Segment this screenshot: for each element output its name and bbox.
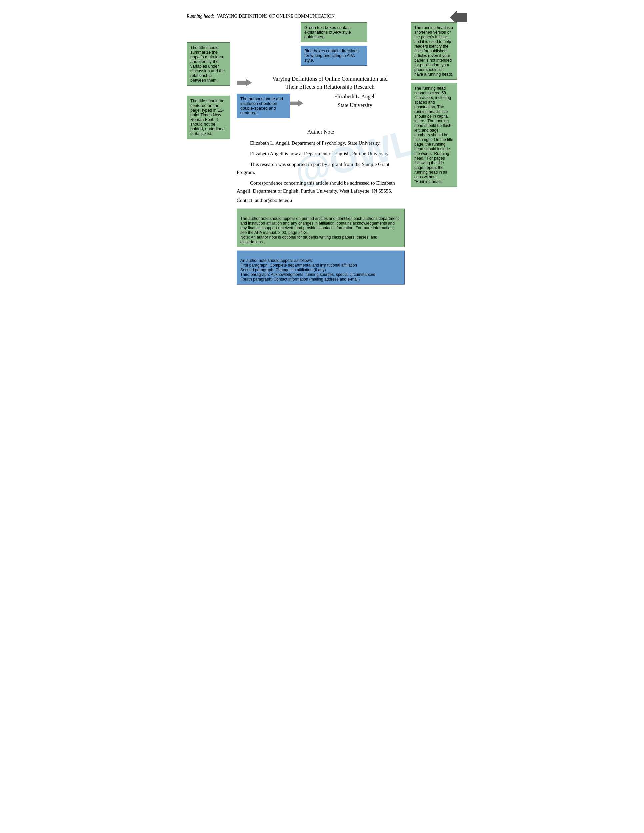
page-header: Running head: VARYING DEFINITIONS OF ONL… <box>187 13 457 19</box>
left-green-box-2: The title should be centered on the page… <box>187 96 230 139</box>
right-green-box-1: The running head is a shortened version … <box>411 23 457 80</box>
author-note-heading: Author Note <box>237 129 405 135</box>
author-note-p1: Elizabeth L. Angeli, Department of Psych… <box>237 139 405 147</box>
running-head-label: Running head: <box>187 14 214 19</box>
title-row: Varying Definitions of Online Communicat… <box>237 76 405 90</box>
running-head-title: VARYING DEFINITIONS OF ONLINE COMMUNICAT… <box>217 14 335 19</box>
author-arrow-icon <box>290 99 303 108</box>
author-note-p2: Elizabeth Angeli is now at Department of… <box>237 150 405 158</box>
author-annotation-box: The author's name and institution should… <box>237 93 290 122</box>
page: Running head: VARYING DEFINITIONS OF ONL… <box>167 0 477 400</box>
right-arrow-icon <box>237 78 252 87</box>
bottom-blue-box: An author note should appear as follows:… <box>237 251 405 285</box>
svg-marker-0 <box>450 11 467 24</box>
right-green-box-2: The running head cannot exceed 50 charac… <box>411 83 457 187</box>
author-row: The author's name and institution should… <box>237 93 405 122</box>
svg-marker-1 <box>237 79 252 86</box>
author-blue-box: The author's name and institution should… <box>237 93 290 118</box>
svg-marker-2 <box>290 100 303 106</box>
author-note-contact: Contact: author@boiler.edu <box>237 198 405 203</box>
main-layout: The title should summarize the paper's m… <box>187 23 457 288</box>
left-sidebar: The title should summarize the paper's m… <box>187 23 233 288</box>
author-note-p3: This research was supported in part by a… <box>237 160 405 176</box>
bottom-green-box: The author note should appear on printed… <box>237 209 405 247</box>
paper-institution: State University <box>305 102 405 108</box>
legend-area: Green text boxes contain explanations of… <box>263 23 405 69</box>
bottom-boxes: The author note should appear on printed… <box>237 209 405 285</box>
right-sidebar: The running head is a shortened version … <box>408 23 457 288</box>
paper-title-block: Varying Definitions of Online Communicat… <box>255 76 405 90</box>
paper-title-line1: Varying Definitions of Online Communicat… <box>255 76 405 82</box>
running-head-text: Running head: VARYING DEFINITIONS OF ONL… <box>187 13 335 19</box>
author-block: Elizabeth L. Angeli State University <box>305 93 405 108</box>
author-note-p4: Correspondence concerning this article s… <box>237 179 405 195</box>
legend-green-box: Green text boxes contain explanations of… <box>301 23 367 42</box>
title-arrow <box>237 76 255 88</box>
author-arrow <box>290 93 305 109</box>
paper-title-line2: Their Effects on Relationship Research <box>255 84 405 90</box>
center-content: Green text boxes contain explanations of… <box>233 23 408 288</box>
paper-author: Elizabeth L. Angeli <box>305 93 405 100</box>
legend-blue-box: Blue boxes contain directions for writin… <box>301 46 367 66</box>
left-green-box-1: The title should summarize the paper's m… <box>187 42 230 86</box>
